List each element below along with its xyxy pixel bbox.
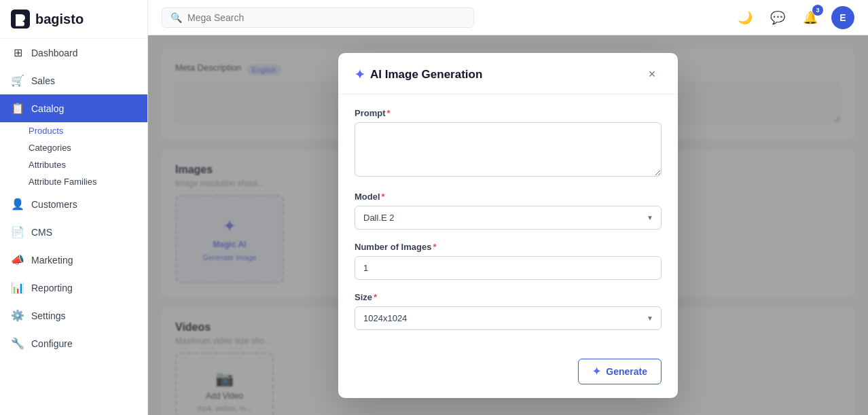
sidebar-item-label-sales: Sales bbox=[31, 75, 55, 86]
num-images-label: Number of Images* bbox=[355, 242, 662, 252]
moon-icon: 🌙 bbox=[738, 10, 753, 25]
modal-body: Prompt* Model* Dall.E 2 Dall.E 3 bbox=[338, 94, 678, 359]
sidebar-item-settings[interactable]: ⚙️ Settings bbox=[0, 302, 147, 329]
modal-footer: ✦ Generate bbox=[338, 359, 678, 398]
search-bar[interactable]: 🔍 bbox=[162, 7, 474, 28]
sidebar-item-dashboard[interactable]: ⊞ Dashboard bbox=[0, 39, 147, 67]
num-images-form-group: Number of Images* bbox=[355, 242, 662, 280]
customers-icon: 👤 bbox=[11, 198, 24, 211]
marketing-icon: 📣 bbox=[11, 253, 24, 266]
generate-sparkle-icon: ✦ bbox=[592, 365, 601, 378]
sidebar-item-configure[interactable]: 🔧 Configure bbox=[0, 329, 147, 357]
search-input[interactable] bbox=[187, 12, 465, 23]
header: 🔍 🌙 💬 🔔 3 E bbox=[148, 0, 868, 35]
sidebar-item-reporting[interactable]: 📊 Reporting bbox=[0, 274, 147, 302]
modal-overlay: ✦ AI Image Generation × Prompt* bbox=[148, 35, 868, 415]
search-icon: 🔍 bbox=[170, 12, 182, 23]
header-actions: 🌙 💬 🔔 3 E bbox=[734, 6, 854, 29]
main-area: 🔍 🌙 💬 🔔 3 E Meta Des bbox=[148, 0, 868, 415]
sidebar-item-label-cms: CMS bbox=[31, 227, 52, 238]
catalog-icon: 📋 bbox=[11, 102, 24, 115]
prompt-form-group: Prompt* bbox=[355, 108, 662, 179]
modal-close-button[interactable]: × bbox=[643, 65, 662, 84]
sidebar-subitem-categories[interactable]: Categories bbox=[0, 139, 147, 156]
size-label: Size* bbox=[355, 292, 662, 302]
sidebar: bagisto ⊞ Dashboard 🛒 Sales 📋 Catalog Pr… bbox=[0, 0, 148, 415]
content-area: Meta Description English Images Image re… bbox=[148, 35, 868, 415]
logo-text: bagisto bbox=[35, 12, 84, 27]
sidebar-item-label-dashboard: Dashboard bbox=[31, 48, 78, 58]
prompt-label: Prompt* bbox=[355, 108, 662, 118]
model-select[interactable]: Dall.E 2 Dall.E 3 bbox=[355, 206, 662, 230]
modal-header: ✦ AI Image Generation × bbox=[338, 53, 678, 94]
sidebar-subitem-attribute-families[interactable]: Attribute Families bbox=[0, 173, 147, 190]
sidebar-item-label-customers: Customers bbox=[31, 199, 77, 210]
notification-badge: 3 bbox=[812, 5, 823, 16]
sidebar-item-label-marketing: Marketing bbox=[31, 255, 73, 266]
cms-icon: 📄 bbox=[11, 225, 24, 238]
generate-button[interactable]: ✦ Generate bbox=[578, 359, 662, 384]
model-form-group: Model* Dall.E 2 Dall.E 3 bbox=[355, 192, 662, 230]
notifications-button[interactable]: 🔔 3 bbox=[799, 6, 822, 29]
bagisto-logo-icon bbox=[11, 10, 30, 29]
sidebar-item-customers[interactable]: 👤 Customers bbox=[0, 190, 147, 218]
user-avatar[interactable]: E bbox=[831, 6, 854, 29]
dashboard-icon: ⊞ bbox=[11, 46, 24, 59]
reporting-icon: 📊 bbox=[11, 281, 24, 294]
chat-icon: 💬 bbox=[770, 10, 785, 25]
sidebar-item-catalog[interactable]: 📋 Catalog bbox=[0, 94, 147, 122]
prompt-textarea[interactable] bbox=[355, 122, 662, 177]
sidebar-item-cms[interactable]: 📄 CMS bbox=[0, 218, 147, 246]
sidebar-logo: bagisto bbox=[0, 0, 147, 39]
sidebar-item-label-reporting: Reporting bbox=[31, 283, 73, 293]
sidebar-subitem-attributes[interactable]: Attributes bbox=[0, 156, 147, 173]
ai-sparkle-icon: ✦ bbox=[355, 67, 365, 82]
sidebar-item-label-settings: Settings bbox=[31, 310, 66, 321]
modal-title: ✦ AI Image Generation bbox=[355, 67, 482, 82]
size-select-wrapper: 256x256 512x512 1024x1024 bbox=[355, 306, 662, 330]
model-select-wrapper: Dall.E 2 Dall.E 3 bbox=[355, 206, 662, 230]
ai-image-generation-modal: ✦ AI Image Generation × Prompt* bbox=[338, 53, 678, 398]
size-form-group: Size* 256x256 512x512 1024x1024 bbox=[355, 292, 662, 330]
sidebar-item-marketing[interactable]: 📣 Marketing bbox=[0, 246, 147, 274]
sales-icon: 🛒 bbox=[11, 74, 24, 87]
settings-icon: ⚙️ bbox=[11, 309, 24, 322]
sidebar-item-sales[interactable]: 🛒 Sales bbox=[0, 67, 147, 94]
num-images-input[interactable] bbox=[355, 256, 662, 280]
chat-button[interactable]: 💬 bbox=[766, 6, 789, 29]
theme-toggle-button[interactable]: 🌙 bbox=[734, 6, 757, 29]
sidebar-item-label-catalog: Catalog bbox=[31, 103, 64, 114]
configure-icon: 🔧 bbox=[11, 337, 24, 350]
size-select[interactable]: 256x256 512x512 1024x1024 bbox=[355, 306, 662, 330]
sidebar-item-label-configure: Configure bbox=[31, 338, 73, 349]
sidebar-subitem-products[interactable]: Products bbox=[0, 122, 147, 139]
model-label: Model* bbox=[355, 192, 662, 202]
